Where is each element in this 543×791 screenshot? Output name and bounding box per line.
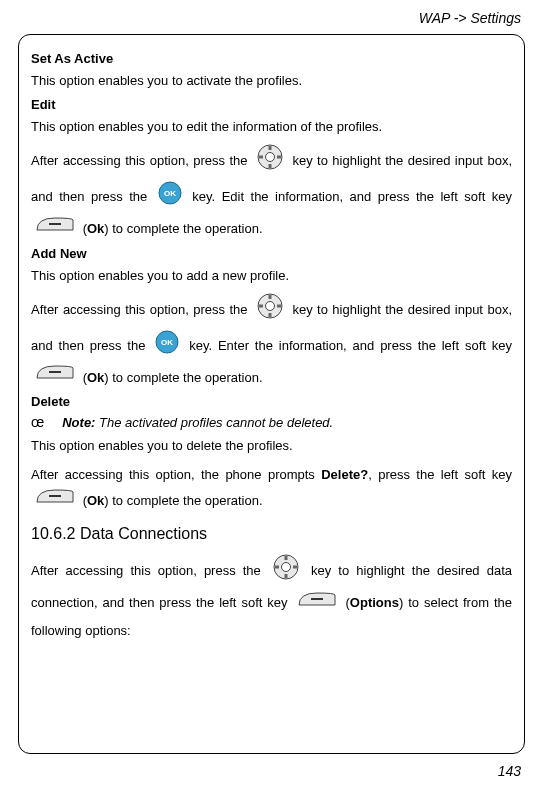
text: key. Enter the information, and press th…: [189, 338, 512, 353]
svg-point-20: [281, 563, 290, 572]
text: After accessing this option, press the: [31, 302, 252, 317]
svg-text:OK: OK: [161, 338, 173, 347]
svg-rect-4: [259, 156, 263, 159]
svg-rect-18: [49, 495, 61, 497]
ok-label: Ok: [87, 221, 104, 236]
content-box: Set As Active This option enables you to…: [18, 34, 525, 754]
text: ) to complete the operation.: [104, 221, 262, 236]
svg-rect-13: [259, 304, 263, 307]
svg-rect-21: [284, 556, 287, 560]
heading-edit: Edit: [31, 97, 512, 112]
text: After accessing this option, the phone p…: [31, 467, 321, 482]
para-edit-desc: This option enables you to edit the info…: [31, 117, 512, 137]
note-text: Note: The activated profiles cannot be d…: [62, 415, 333, 430]
note-line: œ Note: The activated profiles cannot be…: [31, 414, 512, 430]
svg-rect-14: [277, 304, 281, 307]
para-delete-desc: This option enables you to delete the pr…: [31, 436, 512, 456]
note-icon: œ: [31, 414, 44, 430]
breadcrumb: WAP -> Settings: [18, 10, 525, 26]
heading-set-as-active: Set As Active: [31, 51, 512, 66]
svg-rect-8: [49, 223, 61, 225]
ok-key-icon: OK: [155, 330, 179, 364]
scroll-key-icon: [272, 553, 300, 590]
svg-rect-24: [293, 566, 297, 569]
para-dataconn-flow: After accessing this option, press the k…: [31, 553, 512, 643]
delete-prompt: Delete?: [321, 467, 368, 482]
svg-rect-17: [49, 371, 61, 373]
note-body: The activated profiles cannot be deleted…: [95, 415, 333, 430]
text: key. Edit the information, and press the…: [192, 190, 512, 205]
para-delete-flow: After accessing this option, the phone p…: [31, 462, 512, 515]
ok-key-icon: OK: [158, 181, 182, 215]
left-soft-key-icon: [35, 488, 75, 515]
svg-rect-22: [284, 574, 287, 578]
para-addnew-desc: This option enables you to add a new pro…: [31, 266, 512, 286]
svg-rect-23: [275, 566, 279, 569]
text: ) to complete the operation.: [104, 370, 262, 385]
note-label: Note:: [62, 415, 95, 430]
svg-rect-12: [268, 313, 271, 317]
para-set-as-active: This option enables you to activate the …: [31, 71, 512, 91]
svg-text:OK: OK: [164, 189, 176, 198]
svg-rect-5: [277, 156, 281, 159]
section-title-data-connections: 10.6.2 Data Connections: [31, 525, 512, 543]
text: After accessing this option, press the: [31, 563, 268, 578]
left-soft-key-icon: [35, 364, 75, 392]
heading-add-new: Add New: [31, 246, 512, 261]
heading-delete: Delete: [31, 394, 512, 409]
para-edit-flow: After accessing this option, press the k…: [31, 143, 512, 243]
scroll-key-icon: [256, 143, 284, 181]
svg-point-10: [265, 301, 274, 310]
para-addnew-flow: After accessing this option, press the k…: [31, 292, 512, 392]
text: ) to complete the operation.: [104, 493, 262, 508]
page-number: 143: [498, 763, 521, 779]
text: After accessing this option, press the: [31, 154, 252, 169]
svg-rect-2: [268, 146, 271, 150]
text: , press the left soft key: [368, 467, 512, 482]
scroll-key-icon: [256, 292, 284, 330]
svg-rect-25: [311, 598, 323, 600]
ok-label: Ok: [87, 370, 104, 385]
svg-rect-3: [268, 164, 271, 168]
ok-label: Ok: [87, 493, 104, 508]
svg-rect-11: [268, 295, 271, 299]
left-soft-key-icon: [297, 591, 337, 618]
left-soft-key-icon: [35, 216, 75, 244]
svg-point-1: [265, 153, 274, 162]
options-label: Options: [350, 595, 399, 610]
